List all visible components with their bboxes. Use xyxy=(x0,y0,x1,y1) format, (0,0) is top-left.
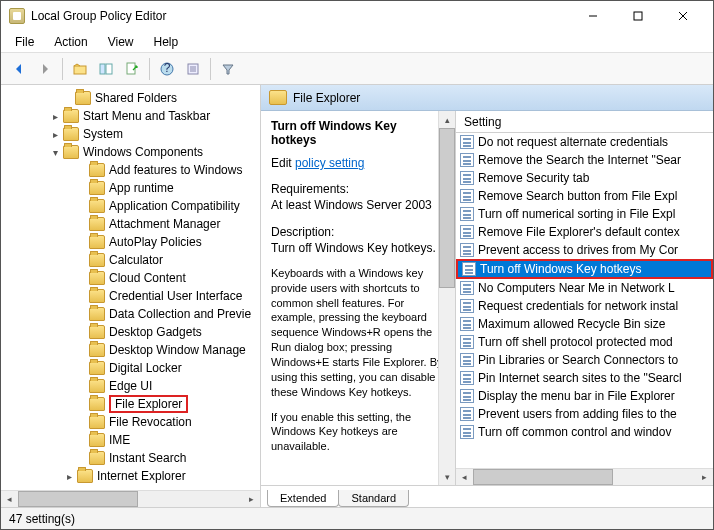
tree-item[interactable]: AutoPlay Policies xyxy=(3,233,258,251)
expand-icon[interactable] xyxy=(75,362,87,374)
scroll-right-icon[interactable]: ▸ xyxy=(696,469,713,485)
expand-icon[interactable] xyxy=(75,236,87,248)
expand-icon[interactable] xyxy=(75,164,87,176)
tab-standard[interactable]: Standard xyxy=(338,490,409,507)
tree-item[interactable]: ▸Internet Explorer xyxy=(3,467,258,485)
maximize-button[interactable] xyxy=(615,2,660,31)
back-button[interactable] xyxy=(7,57,31,81)
setting-row[interactable]: Pin Libraries or Search Connectors to xyxy=(456,351,713,369)
setting-row[interactable]: Prevent users from adding files to the xyxy=(456,405,713,423)
tree-pane[interactable]: Shared Folders▸Start Menu and Taskbar▸Sy… xyxy=(1,85,261,507)
expand-icon[interactable] xyxy=(75,434,87,446)
expand-icon[interactable] xyxy=(75,326,87,338)
settings-column-header[interactable]: Setting xyxy=(456,111,713,133)
tree-item[interactable]: Instant Search xyxy=(3,449,258,467)
expand-icon[interactable] xyxy=(75,380,87,392)
filter-button[interactable] xyxy=(216,57,240,81)
expand-icon[interactable]: ▸ xyxy=(49,128,61,140)
policy-icon xyxy=(460,389,474,403)
setting-row[interactable]: Remove Search button from File Expl xyxy=(456,187,713,205)
expand-icon[interactable] xyxy=(75,344,87,356)
expand-icon[interactable]: ▸ xyxy=(63,470,75,482)
expand-icon[interactable] xyxy=(75,218,87,230)
setting-row[interactable]: Remove File Explorer's default contex xyxy=(456,223,713,241)
tree-item-label: Data Collection and Previe xyxy=(109,307,251,321)
tree-item[interactable]: Add features to Windows xyxy=(3,161,258,179)
menu-view[interactable]: View xyxy=(100,33,142,51)
scroll-down-icon[interactable]: ▾ xyxy=(439,468,455,485)
tree-item[interactable]: App runtime xyxy=(3,179,258,197)
scroll-thumb[interactable] xyxy=(18,491,138,507)
description-short: Turn off Windows Key hotkeys. xyxy=(271,241,436,255)
setting-label: Request credentials for network instal xyxy=(478,299,678,313)
tree-item[interactable]: Desktop Window Manage xyxy=(3,341,258,359)
tree-item[interactable]: Cloud Content xyxy=(3,269,258,287)
minimize-button[interactable] xyxy=(570,2,615,31)
tree-item[interactable]: Data Collection and Previe xyxy=(3,305,258,323)
tree-item[interactable]: Edge UI xyxy=(3,377,258,395)
setting-label: Remove Search button from File Expl xyxy=(478,189,677,203)
tree-item[interactable]: Credential User Interface xyxy=(3,287,258,305)
expand-icon[interactable]: ▾ xyxy=(49,146,61,158)
help-button[interactable]: ? xyxy=(155,57,179,81)
tree-item[interactable]: Calculator xyxy=(3,251,258,269)
setting-row[interactable]: Do not request alternate credentials xyxy=(456,133,713,151)
setting-row[interactable]: Turn off common control and windov xyxy=(456,423,713,441)
folder-up-button[interactable] xyxy=(68,57,92,81)
export-list-button[interactable] xyxy=(120,57,144,81)
edit-policy-link[interactable]: policy setting xyxy=(295,156,364,170)
menu-help[interactable]: Help xyxy=(146,33,187,51)
expand-icon[interactable] xyxy=(75,290,87,302)
forward-button[interactable] xyxy=(33,57,57,81)
expand-icon[interactable] xyxy=(75,398,87,410)
setting-row[interactable]: Remove Security tab xyxy=(456,169,713,187)
expand-icon[interactable] xyxy=(75,416,87,428)
scroll-right-icon[interactable]: ▸ xyxy=(243,491,260,507)
tree-item[interactable]: File Revocation xyxy=(3,413,258,431)
tree-item[interactable]: ▸System xyxy=(3,125,258,143)
setting-row[interactable]: Turn off numerical sorting in File Expl xyxy=(456,205,713,223)
expand-icon[interactable] xyxy=(61,92,73,104)
tree-item[interactable]: Desktop Gadgets xyxy=(3,323,258,341)
folder-icon xyxy=(63,109,79,123)
setting-row[interactable]: Prevent access to drives from My Cor xyxy=(456,241,713,259)
setting-row[interactable]: Turn off shell protocol protected mod xyxy=(456,333,713,351)
setting-row[interactable]: Pin Internet search sites to the "Searcl xyxy=(456,369,713,387)
setting-row[interactable]: Request credentials for network instal xyxy=(456,297,713,315)
expand-icon[interactable] xyxy=(75,200,87,212)
scroll-thumb[interactable] xyxy=(473,469,613,485)
setting-row[interactable]: No Computers Near Me in Network L xyxy=(456,279,713,297)
list-horizontal-scrollbar[interactable]: ◂ ▸ xyxy=(456,468,713,485)
scroll-thumb[interactable] xyxy=(439,128,455,288)
setting-row[interactable]: Turn off Windows Key hotkeys xyxy=(456,259,713,279)
tree-item[interactable]: ▸Start Menu and Taskbar xyxy=(3,107,258,125)
expand-icon[interactable] xyxy=(75,272,87,284)
expand-icon[interactable] xyxy=(75,452,87,464)
setting-row[interactable]: Remove the Search the Internet "Sear xyxy=(456,151,713,169)
tree-item[interactable]: IME xyxy=(3,431,258,449)
tree-horizontal-scrollbar[interactable]: ◂ ▸ xyxy=(1,490,260,507)
description-scrollbar[interactable]: ▴ ▾ xyxy=(438,111,455,485)
close-button[interactable] xyxy=(660,2,705,31)
menu-file[interactable]: File xyxy=(7,33,42,51)
tree-item[interactable]: File Explorer xyxy=(3,395,258,413)
tree-item[interactable]: Digital Locker xyxy=(3,359,258,377)
tree-item[interactable]: ▾Windows Components xyxy=(3,143,258,161)
scroll-up-icon[interactable]: ▴ xyxy=(439,111,455,128)
show-hide-tree-button[interactable] xyxy=(94,57,118,81)
setting-row[interactable]: Display the menu bar in File Explorer xyxy=(456,387,713,405)
expand-icon[interactable]: ▸ xyxy=(49,110,61,122)
expand-icon[interactable] xyxy=(75,182,87,194)
tab-extended[interactable]: Extended xyxy=(267,490,339,507)
expand-icon[interactable] xyxy=(75,254,87,266)
tree-item[interactable]: Attachment Manager xyxy=(3,215,258,233)
expand-icon[interactable] xyxy=(75,308,87,320)
menu-action[interactable]: Action xyxy=(46,33,95,51)
folder-icon xyxy=(89,379,105,393)
tree-item[interactable]: Application Compatibility xyxy=(3,197,258,215)
properties-button[interactable] xyxy=(181,57,205,81)
scroll-left-icon[interactable]: ◂ xyxy=(1,491,18,507)
scroll-left-icon[interactable]: ◂ xyxy=(456,469,473,485)
tree-item[interactable]: Shared Folders xyxy=(3,89,258,107)
setting-row[interactable]: Maximum allowed Recycle Bin size xyxy=(456,315,713,333)
